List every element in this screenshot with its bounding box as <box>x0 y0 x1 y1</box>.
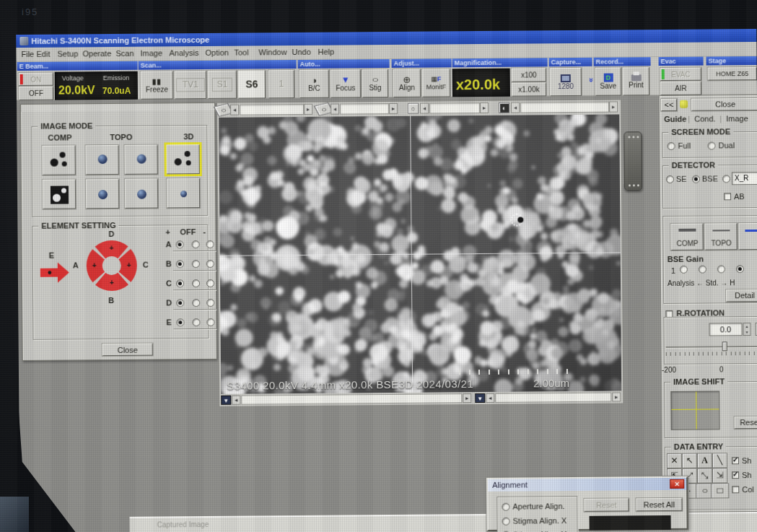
menu-undo[interactable]: Undo <box>292 48 310 56</box>
sem-image[interactable]: S3400 20.0kV 4.4mm x20.0k BSE3D 2024/03/… <box>219 114 621 393</box>
scan-single-button[interactable]: 1 <box>268 70 294 98</box>
rotation-slider-thumb[interactable] <box>722 341 727 351</box>
bse-gain-radio-1[interactable] <box>680 266 688 274</box>
detail-button[interactable]: Detail <box>726 289 757 302</box>
menu-setup[interactable]: Setup <box>57 49 78 58</box>
slider-track[interactable] <box>520 102 609 113</box>
rotation-slider-track[interactable] <box>666 346 757 348</box>
element-radio-B-minus[interactable] <box>206 260 214 268</box>
aperture-align-radio[interactable] <box>502 503 509 511</box>
element-radio-C-off[interactable] <box>192 279 200 287</box>
topo-mode-button-3[interactable] <box>86 179 119 209</box>
sem-scroll-left-arrow[interactable]: ◄ <box>232 396 240 405</box>
bse-gain-radio-2[interactable] <box>699 266 706 274</box>
mode-3d-button-2[interactable] <box>167 178 200 208</box>
evac-button[interactable]: EVAC <box>660 68 701 81</box>
data-entry-text-tool[interactable]: A <box>697 453 712 468</box>
menu-analysis[interactable]: Analysis <box>169 48 198 57</box>
panel-note-icon[interactable] <box>680 100 688 108</box>
bse-gain-radio-3[interactable] <box>717 265 725 273</box>
sem-scroll-icon-1[interactable]: ▼ <box>221 396 231 405</box>
adjust-monitf-button[interactable]: ▦F MonitF <box>422 69 450 97</box>
data-entry-line-tool[interactable]: ╲ <box>712 453 727 468</box>
data-entry-check-1[interactable] <box>732 457 739 464</box>
mode-3d-button[interactable] <box>166 144 199 174</box>
element-radio-D-off[interactable] <box>192 299 200 307</box>
image-mode-close-button[interactable]: Close <box>102 344 153 357</box>
data-entry-delete-tool[interactable]: ✕ <box>667 453 682 468</box>
element-radio-E-off[interactable] <box>192 318 200 326</box>
capture-resolution-button[interactable]: 1280 <box>550 68 582 96</box>
image-mode-panel-titlebar[interactable] <box>21 103 214 112</box>
element-radio-D-minus[interactable] <box>206 299 214 307</box>
menu-image[interactable]: Image <box>140 48 162 57</box>
mag-x100-button[interactable]: x100 <box>512 68 546 82</box>
element-radio-C-minus[interactable] <box>206 279 214 287</box>
slider-right-arrow[interactable]: ► <box>609 101 618 112</box>
auto-bc-button[interactable]: ◑ B/C <box>299 70 329 98</box>
record-print-button[interactable]: Print <box>623 67 649 95</box>
scan-s1-button[interactable]: S1 <box>208 71 237 99</box>
topo-mode-button-1[interactable] <box>85 145 118 175</box>
detector-xr-radio[interactable] <box>722 175 730 183</box>
freeze-button[interactable]: ▮▮ Freeze <box>141 71 173 99</box>
image-shift-pad[interactable] <box>670 391 719 430</box>
screen-mode-dual-radio[interactable] <box>707 141 715 149</box>
slider-right-arrow[interactable]: ► <box>389 103 398 114</box>
panel-collapse-button[interactable]: << <box>661 99 677 111</box>
tab-guide[interactable]: Guide <box>664 115 686 123</box>
tab-image[interactable]: Image <box>726 114 748 123</box>
panel-close-button[interactable]: Close <box>691 98 757 111</box>
sem-scroll-right-arrow[interactable]: ► <box>612 392 621 401</box>
image-shift-reset-button[interactable]: Reset <box>734 417 757 429</box>
menu-tool[interactable]: Tool <box>234 48 248 57</box>
slider-track[interactable] <box>340 103 389 115</box>
brightness-slider-icon[interactable]: ○ <box>408 103 419 114</box>
comp-mode-button-2[interactable] <box>43 179 76 209</box>
bse-comp-button[interactable]: COMP <box>670 224 703 250</box>
slider-right-arrow[interactable]: ► <box>304 104 312 115</box>
beam-off-button[interactable]: OFF <box>19 87 53 100</box>
auto-stig-button[interactable]: ○ Stig <box>362 69 388 97</box>
element-radio-A-minus[interactable] <box>206 240 214 248</box>
slider-left-arrow[interactable]: ◄ <box>511 103 520 113</box>
tab-cond[interactable]: Cond. <box>694 114 715 123</box>
ab-checkbox[interactable] <box>724 193 731 200</box>
beam-on-button[interactable]: ON <box>19 73 53 86</box>
contrast-slider-icon[interactable]: ◐ <box>499 103 509 113</box>
slider-track[interactable] <box>429 103 480 114</box>
data-entry-check-3[interactable] <box>732 486 739 493</box>
alignment-reset-button[interactable]: Reset <box>584 498 629 511</box>
air-button[interactable]: AIR <box>660 82 701 95</box>
adjust-align-button[interactable]: ⊕ Align <box>393 69 421 97</box>
slider-left-arrow[interactable]: ◄ <box>420 103 429 114</box>
menu-scan[interactable]: Scan <box>115 49 134 58</box>
element-radio-B-off[interactable] <box>192 260 200 268</box>
window-drag-handle[interactable] <box>623 131 642 191</box>
menu-operate[interactable]: Operate <box>82 49 111 58</box>
slider-right-arrow[interactable]: ► <box>480 103 489 113</box>
element-radio-A-off[interactable] <box>192 240 200 248</box>
menu-help[interactable]: Help <box>318 48 334 56</box>
sem-scroll-track[interactable] <box>495 393 611 403</box>
data-entry-check-2[interactable] <box>732 471 739 479</box>
element-radio-D-plus[interactable] <box>176 299 184 307</box>
scan-s6-button[interactable]: S6 <box>238 70 266 98</box>
element-radio-A-plus[interactable] <box>176 240 184 248</box>
mag-x1k-button[interactable]: x1.00k <box>512 82 546 96</box>
data-entry-measure-diag2-tool[interactable]: ⇲ <box>712 468 727 483</box>
record-save-button[interactable]: D Save <box>595 67 621 95</box>
element-radio-C-plus[interactable] <box>176 279 184 287</box>
element-radio-E-plus[interactable] <box>176 318 184 326</box>
sem-scroll-left-arrow[interactable]: ◄ <box>486 393 494 403</box>
comp-mode-button[interactable] <box>42 145 75 175</box>
screen-mode-full-radio[interactable] <box>667 142 675 150</box>
detector-se-radio[interactable] <box>666 175 674 183</box>
bse-topo-button[interactable]: TOPO <box>704 223 737 250</box>
slider-left-arrow[interactable]: ◄ <box>230 105 239 115</box>
element-diagram[interactable]: ++++ <box>82 237 141 295</box>
rotation-value-input[interactable]: 0.0 <box>709 323 742 336</box>
menu-edit[interactable]: Edit <box>36 50 50 58</box>
detector-bse-radio[interactable] <box>692 175 700 183</box>
data-entry-measure-diag-tool[interactable]: ⤡ <box>697 468 712 483</box>
